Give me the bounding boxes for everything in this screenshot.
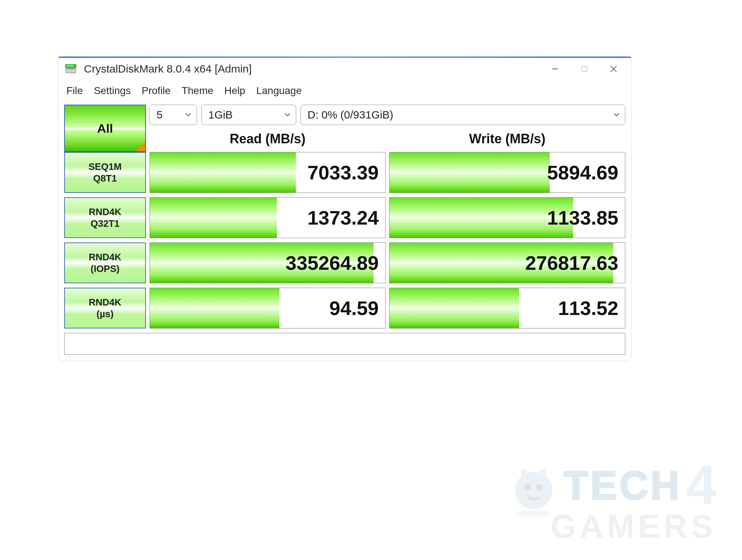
write-value: 5894.69 xyxy=(547,161,618,184)
menu-theme[interactable]: Theme xyxy=(182,85,213,97)
chevron-down-icon xyxy=(613,113,620,117)
test-label-top: RND4K xyxy=(89,206,121,218)
bench-row: RND4K Q32T1 1373.24 1133.85 xyxy=(64,197,625,238)
menubar: File Settings Profile Theme Help Languag… xyxy=(58,81,631,100)
mascot-icon xyxy=(505,458,563,517)
test-button-rnd4k-q32t1[interactable]: RND4K Q32T1 xyxy=(64,197,146,238)
test-label-bottom: (µs) xyxy=(97,308,114,320)
run-all-label: All xyxy=(97,121,113,136)
runs-select[interactable]: 5 xyxy=(150,105,197,125)
menu-file[interactable]: File xyxy=(66,85,83,97)
svg-point-2 xyxy=(536,484,543,491)
menu-settings[interactable]: Settings xyxy=(94,85,131,97)
test-label-top: SEQ1M xyxy=(88,161,121,173)
read-bar xyxy=(150,152,296,192)
write-cell: 113.52 xyxy=(389,288,625,328)
svg-rect-5 xyxy=(66,68,75,69)
app-window: CrystalDiskMark 8.0.4 x64 [Admin] File S… xyxy=(58,57,631,361)
svg-point-3 xyxy=(516,510,551,517)
bench-row: RND4K (µs) 94.59 113.52 xyxy=(64,288,625,328)
titlebar: CrystalDiskMark 8.0.4 x64 [Admin] xyxy=(58,57,631,81)
test-button-seq1m-q8t1[interactable]: SEQ1M Q8T1 xyxy=(64,152,146,193)
menu-help[interactable]: Help xyxy=(224,85,246,97)
drive-value: D: 0% (0/931GiB) xyxy=(308,109,393,121)
minimize-button[interactable] xyxy=(541,59,570,79)
test-size-select[interactable]: 1GiB xyxy=(201,105,296,125)
read-value: 335264.89 xyxy=(286,252,379,274)
test-button-rnd4k-iops[interactable]: RND4K (IOPS) xyxy=(64,242,146,283)
read-bar xyxy=(150,198,277,238)
chevron-down-icon xyxy=(284,113,291,117)
chevron-down-icon xyxy=(185,113,192,117)
svg-rect-7 xyxy=(66,65,74,67)
write-bar xyxy=(390,152,550,192)
bench-row: SEQ1M Q8T1 7033.39 5894.69 xyxy=(64,152,625,193)
write-cell: 5894.69 xyxy=(389,152,625,193)
test-button-rnd4k-us[interactable]: RND4K (µs) xyxy=(64,288,146,328)
read-cell: 7033.39 xyxy=(150,152,386,193)
menu-language[interactable]: Language xyxy=(256,85,302,97)
test-label-top: RND4K xyxy=(89,296,121,308)
read-cell: 1373.24 xyxy=(150,197,386,238)
test-label-bottom: Q32T1 xyxy=(90,218,120,230)
window-title: CrystalDiskMark 8.0.4 x64 [Admin] xyxy=(84,63,533,75)
status-bar xyxy=(64,333,625,355)
column-header-write: Write (MB/s) xyxy=(389,131,625,147)
write-value: 276817.63 xyxy=(525,252,618,274)
test-label-bottom: Q8T1 xyxy=(93,172,117,184)
run-all-button[interactable]: All xyxy=(64,105,146,152)
background-watermark: TECH 4 GAMERS xyxy=(505,454,716,545)
menu-profile[interactable]: Profile xyxy=(142,85,170,97)
svg-rect-4 xyxy=(65,67,76,73)
test-label-bottom: (IOPS) xyxy=(90,263,119,275)
maximize-button[interactable] xyxy=(570,59,599,79)
run-all-corner-icon xyxy=(136,142,145,151)
write-value: 113.52 xyxy=(558,297,618,319)
test-size-value: 1GiB xyxy=(208,109,233,121)
svg-rect-9 xyxy=(582,66,587,71)
svg-point-1 xyxy=(525,484,532,491)
app-icon xyxy=(65,64,77,74)
runs-value: 5 xyxy=(156,109,163,121)
read-value: 7033.39 xyxy=(308,161,379,184)
svg-point-0 xyxy=(515,472,552,509)
read-cell: 94.59 xyxy=(150,288,386,328)
drive-select[interactable]: D: 0% (0/931GiB) xyxy=(301,105,625,125)
close-button[interactable] xyxy=(599,59,628,79)
write-bar xyxy=(390,288,519,328)
write-bar xyxy=(390,198,573,238)
read-value: 94.59 xyxy=(329,297,379,319)
write-cell: 276817.63 xyxy=(389,242,625,283)
read-cell: 335264.89 xyxy=(150,242,386,283)
test-label-top: RND4K xyxy=(89,251,121,263)
write-value: 1133.85 xyxy=(547,206,618,229)
bench-row: RND4K (IOPS) 335264.89 276817.63 xyxy=(64,242,625,283)
write-cell: 1133.85 xyxy=(389,197,625,238)
column-header-read: Read (MB/s) xyxy=(150,131,386,147)
read-value: 1373.24 xyxy=(308,206,379,229)
results-area: SEQ1M Q8T1 7033.39 5894.69 RND4K Q32T1 1… xyxy=(58,152,631,361)
read-bar xyxy=(150,288,279,328)
